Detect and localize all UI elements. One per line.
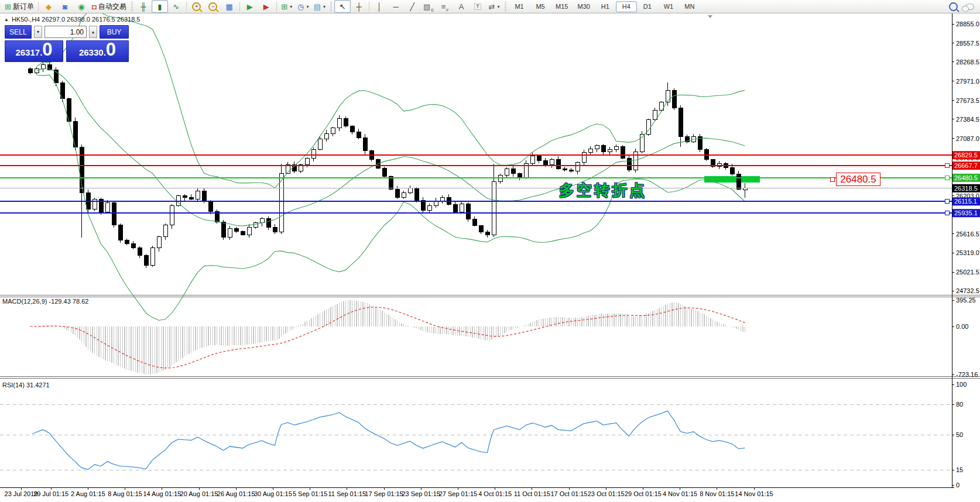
text-button[interactable]: A [453, 0, 470, 13]
equidistant-channel-icon: ▨ [423, 3, 430, 11]
timeframe-m5-button[interactable]: M5 [530, 1, 551, 12]
sell-price-frac: 0 [42, 41, 52, 59]
text-icon: A [459, 3, 464, 11]
hline-handle[interactable] [945, 211, 949, 215]
bollinger-middle-band [37, 68, 745, 226]
hline-price-label-text: 25935.1 [954, 209, 978, 216]
signals-button[interactable]: ◉ [73, 0, 90, 13]
chart-shift-button[interactable]: ▶ [258, 0, 275, 13]
price-axis-tick-label: 28855.0 [956, 20, 979, 27]
hline-price-label-text: 26829.5 [954, 152, 978, 159]
timeframe-m1-button[interactable]: M1 [509, 1, 530, 12]
price-axis-tick-label: 28557.5 [956, 40, 979, 47]
volume-decrease-button[interactable]: ▼ [34, 26, 42, 38]
trendline-button[interactable]: ╱ [404, 0, 420, 13]
toolbar-sep [186, 2, 187, 12]
macd-axis-tick-label: -723.16 [956, 371, 978, 378]
rsi-axis-tick-label: 50 [956, 431, 963, 438]
time-axis-label: 14 Nov 01:15 [735, 490, 773, 497]
price-axis-tick-label: 25021.5 [956, 269, 979, 276]
timeframe-h4-button[interactable]: H4 [616, 1, 637, 12]
time-axis-label: 27 Sep 01:15 [439, 490, 477, 497]
volume-input[interactable] [44, 26, 87, 38]
macd-indicator-label: MACD(12,26,9) -129.43 78.62 [2, 298, 88, 305]
price-axis-tick-label: 28268.5 [956, 59, 979, 66]
arrows-icon: ⇄ [489, 3, 495, 11]
rsi-indicator-label: RSI(14) 31.4271 [2, 381, 50, 388]
arrows-button[interactable]: ⇄▾ [486, 0, 502, 13]
horizontal-line-icon: ─ [393, 3, 398, 11]
sell-button[interactable]: SELL [5, 25, 32, 39]
time-axis-label: 2 Aug 01:15 [71, 490, 105, 497]
line-chart-button[interactable]: ∿ [168, 0, 184, 13]
candles-layer [28, 61, 747, 268]
hline-handle[interactable] [945, 200, 949, 204]
price-axis-tick-label: 25616.5 [956, 231, 979, 238]
crosshair-icon: ┼ [356, 3, 361, 11]
templates-icon: ▤ [314, 3, 321, 11]
fibonacci-retracement-icon: ≡ [441, 3, 446, 11]
toolbar: ⊞新订单◆◙◉◘自动交易╫▮∿+−▦▶▶⊞▾◷▾▤▾↖┼│─╱▨E≡FAT⇄▾M… [0, 0, 980, 13]
timeframe-m30-button[interactable]: M30 [573, 1, 594, 12]
indicators-button[interactable]: ⊞▾ [279, 0, 295, 13]
macd-axis-tick-label: 0.00 [956, 323, 968, 330]
buy-price-frac: 0 [106, 41, 116, 59]
time-axis-label: 4 Oct 01:15 [478, 490, 512, 497]
fibonacci-retracement-button[interactable]: ≡F [437, 0, 453, 13]
bar-chart-button[interactable]: ╫ [135, 0, 152, 13]
tile-windows-icon: ▦ [226, 3, 233, 11]
buy-button[interactable]: BUY [100, 25, 129, 39]
hline-handle[interactable] [945, 164, 949, 168]
text-label-button[interactable]: T [470, 0, 486, 13]
time-axis-label: 23 Sep 01:15 [402, 490, 440, 497]
price-axis-tick-label: 24732.5 [956, 287, 979, 294]
crosshair-button[interactable]: ┼ [351, 0, 367, 13]
hline-handle[interactable] [945, 176, 949, 180]
current-price-label-text: 26318.5 [954, 185, 978, 192]
turning-point-annotation[interactable]: 多空转折点 [559, 180, 647, 201]
chart-canvas[interactable]: 28855.028557.528268.527971.027673.527384… [0, 13, 980, 502]
toolbar-sep [38, 2, 39, 12]
toolbar-grip [131, 2, 133, 11]
rsi-line [32, 411, 745, 469]
time-axis-label: 17 Oct 01:15 [551, 490, 588, 497]
sell-price-display[interactable]: 26317.0 [5, 40, 63, 62]
auto-scroll-button[interactable]: ▶ [242, 0, 258, 13]
volume-increase-button[interactable]: ▲ [89, 26, 97, 38]
timeframe-w1-button[interactable]: W1 [658, 1, 679, 12]
equidistant-channel-button[interactable]: ▨E [420, 0, 437, 13]
cursor-button[interactable]: ↖ [334, 0, 351, 13]
price-callout-label[interactable]: 26480.5 [836, 173, 880, 186]
timeframe-m15-button[interactable]: M15 [551, 1, 573, 12]
search-button[interactable] [945, 0, 961, 13]
toolbar-grip [505, 2, 506, 11]
timeframe-d1-button[interactable]: D1 [637, 1, 658, 12]
periods-button[interactable]: ◷▾ [295, 0, 311, 13]
accounts-button[interactable]: ◙ [57, 0, 73, 13]
chat-button[interactable] [961, 0, 978, 13]
price-axis-tick-label: 25319.0 [956, 249, 979, 256]
auto-trading-button[interactable]: ◘自动交易 [90, 0, 129, 13]
auto-scroll-icon: ▶ [247, 3, 253, 11]
chart-shift-marker[interactable] [708, 15, 712, 18]
rsi-axis-tick-label: 15 [956, 466, 963, 473]
timeframe-mn-button[interactable]: MN [679, 1, 700, 12]
signals-icon: ◉ [78, 3, 84, 11]
rsi-axis-tick-label: 80 [956, 401, 963, 408]
tile-windows-button[interactable]: ▦ [221, 0, 238, 13]
price-axis-tick-label: 27971.0 [956, 78, 979, 85]
timeframe-h1-button[interactable]: H1 [595, 1, 616, 12]
time-axis-label: 5 Sep 01:15 [293, 490, 327, 497]
vertical-line-button[interactable]: │ [371, 0, 388, 13]
candlestick-chart-button[interactable]: ▮ [152, 0, 168, 13]
buy-price-display[interactable]: 26330.0 [66, 40, 129, 62]
collapse-trade-panel-icon[interactable]: ▲ [4, 17, 9, 22]
toolbar-sep [239, 2, 240, 12]
templates-button[interactable]: ▤▾ [311, 0, 328, 13]
quotes-gold-button[interactable]: ◆ [40, 0, 57, 13]
zoom-in-button[interactable]: + [189, 0, 205, 13]
new-order-button[interactable]: ⊞新订单 [2, 0, 36, 13]
zoom-out-button[interactable]: − [205, 0, 221, 13]
price-axis-tick-label: 27384.5 [956, 116, 979, 123]
horizontal-line-button[interactable]: ─ [388, 0, 404, 13]
